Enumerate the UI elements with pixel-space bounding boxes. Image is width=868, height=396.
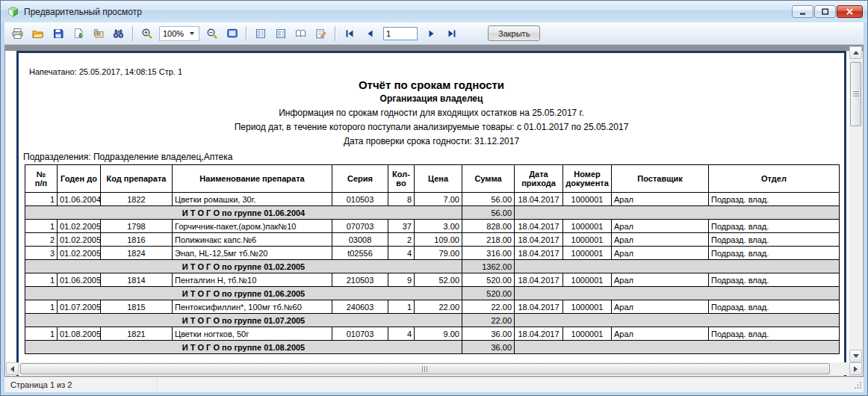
close-window-button[interactable] [837, 5, 863, 18]
multi-page-view-button[interactable] [271, 25, 290, 42]
multi-page-view-icon [275, 28, 287, 40]
zoom-out-button[interactable] [202, 25, 221, 42]
scroll-up-button[interactable] [849, 46, 862, 59]
minimize-button[interactable] [792, 5, 813, 18]
group-total-filler [515, 287, 840, 300]
group-total-label: И Т О Г О по группе 01.07.2005 [25, 314, 462, 327]
export-button[interactable] [69, 25, 87, 42]
table-cell: t02556 [332, 247, 388, 260]
horizontal-scrollbar[interactable] [6, 362, 862, 375]
page-info-status: Страница 1 из 2 [10, 380, 72, 389]
table-cell: 520.00 [462, 273, 515, 287]
vertical-scrollbar-thumb[interactable] [850, 62, 861, 126]
statusbar: Страница 1 из 2 [4, 377, 864, 392]
table-cell: 210503 [332, 273, 388, 287]
open-button[interactable] [28, 25, 47, 42]
prev-page-button[interactable] [360, 25, 379, 42]
group-total-row: И Т О Г О по группе 01.06.2005520.00 [25, 287, 840, 300]
table-cell: 3 [25, 247, 58, 260]
table-cell: Подразд. влад. [709, 193, 840, 206]
table-cell: 79.00 [415, 247, 462, 260]
print-icon [11, 28, 24, 40]
table-cell: 22.00 [415, 300, 462, 314]
last-page-button[interactable] [442, 25, 461, 42]
table-cell: Арал [612, 247, 709, 260]
table-cell: 22.00 [462, 300, 515, 314]
app-green-cube-icon [7, 6, 19, 18]
group-total-sum: 36.00 [462, 341, 515, 354]
table-cell: 1814 [101, 273, 173, 287]
zoom-level-value: 100% [163, 29, 184, 38]
table-row: 101.07.20051815Пентоксифиллин*, 100мг тб… [25, 300, 840, 314]
close-preview-button[interactable]: Закрыть [488, 25, 540, 41]
table-cell: 56.00 [462, 193, 515, 206]
table-cell: 8 [388, 193, 415, 206]
horizontal-scrollbar-thumb[interactable] [20, 363, 830, 374]
find-button[interactable] [109, 25, 128, 42]
report-period-line: Период дат, в течение которого поступали… [19, 122, 844, 132]
window-title: Предварительный просмотр [24, 7, 792, 17]
table-cell: 1822 [101, 193, 173, 206]
triangle-up-icon [853, 51, 859, 55]
toolbar-separator [246, 26, 247, 41]
table-cell: 01.06.2005 [58, 273, 101, 287]
zoom-in-button[interactable] [137, 25, 156, 42]
scroll-down-button[interactable] [849, 350, 862, 362]
table-row: 201.02.20051816Полижинакс капс.№60300821… [25, 233, 840, 247]
scroll-right-button[interactable] [849, 362, 862, 375]
group-total-sum: 56.00 [462, 206, 515, 220]
report-organization: Организация владелец [19, 93, 844, 104]
maximize-button[interactable] [814, 5, 836, 18]
group-total-label: И Т О Г О по группе 01.06.2004 [25, 206, 462, 220]
vertical-scrollbar[interactable] [849, 46, 862, 362]
column-header: № п/п [25, 165, 58, 193]
email-button[interactable] [89, 25, 108, 42]
triangle-left-icon [10, 366, 14, 372]
table-cell: Арал [612, 193, 709, 206]
whole-page-button[interactable] [223, 25, 241, 42]
first-page-button[interactable] [340, 25, 359, 42]
column-header: Годен до [58, 165, 101, 193]
table-cell: 828.00 [462, 220, 515, 233]
edit-page-pencil-icon [314, 28, 327, 40]
group-total-row: И Т О Г О по группе 01.07.200522.00 [25, 314, 840, 327]
save-floppy-icon [52, 28, 64, 40]
resize-grip[interactable] [854, 381, 862, 391]
page-number-input[interactable] [383, 27, 418, 40]
table-cell: 2 [388, 233, 415, 247]
table-cell: 1824 [101, 247, 173, 260]
table-cell: 18.04.2017 [515, 273, 563, 287]
table-cell: Пентоксифиллин*, 100мг тб.№60 [173, 300, 332, 314]
horizontal-scrollbar-track[interactable] [19, 362, 849, 375]
book-view-icon [294, 28, 307, 40]
table-cell: Арал [612, 300, 709, 314]
save-button[interactable] [49, 25, 67, 42]
table-cell: 01.07.2005 [58, 300, 101, 314]
table-cell: 1 [25, 327, 58, 341]
next-page-button[interactable] [422, 25, 441, 42]
table-row: 101.08.20051821Цветки ногтков, 50г010703… [25, 327, 840, 341]
table-cell: 1 [25, 273, 58, 287]
report-title: Отчёт по срокам годности [19, 78, 844, 91]
book-view-button[interactable] [291, 25, 310, 42]
table-cell: 1 [25, 193, 58, 206]
first-page-icon [344, 28, 355, 39]
table-cell: 03008 [332, 233, 388, 247]
edit-page-button[interactable] [311, 25, 330, 42]
table-cell: Подразд. влад. [709, 300, 840, 314]
table-cell: Арал [612, 220, 709, 233]
table-cell: 240603 [332, 300, 388, 314]
print-button[interactable] [8, 25, 27, 42]
table-cell: Подразд. влад. [709, 233, 840, 247]
scroll-left-button[interactable] [6, 362, 19, 375]
single-page-view-button[interactable] [251, 25, 270, 42]
table-cell: 18.04.2017 [515, 327, 563, 341]
preview-window: Предварительный просмотр [0, 0, 868, 396]
report-table: № п/пГоден доКод препаратаНаименование п… [25, 164, 840, 354]
table-cell: 010503 [332, 193, 388, 206]
chevron-down-icon [190, 32, 194, 35]
table-cell: 18.04.2017 [515, 233, 563, 247]
table-cell: 218.00 [462, 233, 515, 247]
table-cell: 01.08.2005 [58, 327, 101, 341]
zoom-level-select[interactable]: 100% [159, 26, 199, 41]
